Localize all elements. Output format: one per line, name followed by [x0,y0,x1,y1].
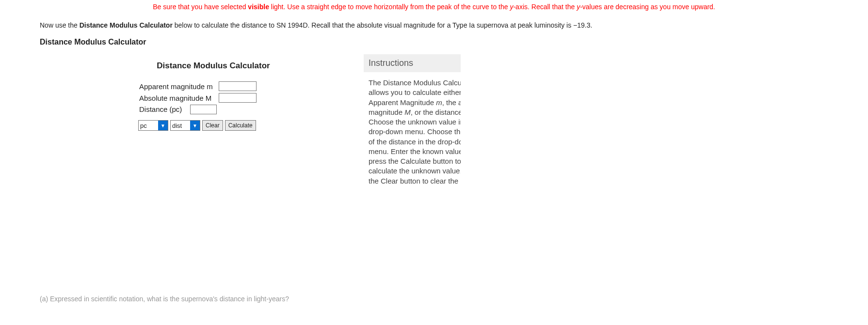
input-apparent-m[interactable] [219,81,257,91]
select-variable[interactable]: dist ▼ [170,120,200,131]
calculate-button[interactable]: Calculate [225,120,256,131]
calculator-title: Distance Modulus Calculator [138,61,289,71]
hint-bold: visible [248,3,269,11]
hint-text: Be sure that you have selected visible l… [0,0,868,21]
select-unit-value: pc [139,121,158,130]
calculator-widget: Distance Modulus Calculator Apparent mag… [44,50,462,283]
hint-mid1: light. Use a straight edge to move horiz… [269,3,510,11]
hint-post: -values are decreasing as you move upwar… [580,3,715,11]
label-distance: Distance (pc) [139,105,182,113]
label-absolute-m: Absolute magnitude M [138,92,218,104]
instructions-heading: Instructions [364,54,461,72]
calculator-panel: Distance Modulus Calculator Apparent mag… [138,61,289,131]
instructions-scroll[interactable]: Instructions The Distance Modulus Calcul… [364,54,461,278]
horizontal-scrollbar[interactable] [44,283,462,291]
intro-text: Now use the Distance Modulus Calculator … [0,21,868,38]
intro-bold: Distance Modulus Calculator [80,21,173,29]
hint-pre: Be sure that you have selected [153,3,248,11]
question-a-cutoff: (a) Expressed in scientific notation, wh… [0,291,868,303]
input-absolute-m[interactable] [219,93,257,103]
chevron-down-icon[interactable]: ▼ [158,121,168,130]
section-title: Distance Modulus Calculator [0,38,868,50]
intro-pre: Now use the [40,21,80,29]
chevron-down-icon[interactable]: ▼ [190,121,200,130]
input-distance[interactable] [190,105,217,114]
select-unit[interactable]: pc ▼ [138,120,168,131]
instructions-text: The Distance Modulus Calculator allows y… [364,72,461,186]
intro-post: below to calculate the distance to SN 19… [173,21,593,29]
label-apparent-m: Apparent magnitude m [138,80,218,92]
select-variable-value: dist [171,121,190,130]
clear-button[interactable]: Clear [202,120,223,131]
hint-mid2: -axis. Recall that the [513,3,577,11]
